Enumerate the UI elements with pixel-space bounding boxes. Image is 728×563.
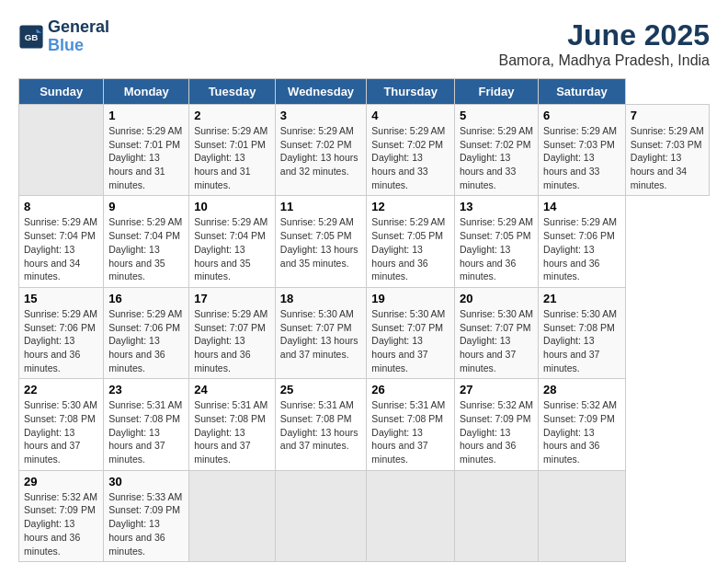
sunrise-text: Sunrise: 5:29 AMSunset: 7:01 PMDaylight:… — [194, 125, 267, 190]
table-row: 24 Sunrise: 5:31 AMSunset: 7:08 PMDaylig… — [189, 379, 276, 470]
table-row — [454, 470, 538, 561]
logo: GB General Blue — [18, 18, 109, 55]
day-number: 28 — [543, 383, 620, 396]
sunrise-text: Sunrise: 5:29 AMSunset: 7:04 PMDaylight:… — [194, 216, 267, 282]
table-row: 7 Sunrise: 5:29 AMSunset: 7:03 PMDayligh… — [625, 105, 709, 196]
calendar-table: Sunday Monday Tuesday Wednesday Thursday… — [18, 78, 710, 562]
table-row: 14 Sunrise: 5:29 AMSunset: 7:06 PMDaylig… — [539, 196, 626, 287]
col-sunday: Sunday — [19, 79, 104, 105]
day-number: 11 — [280, 200, 362, 213]
sunrise-text: Sunrise: 5:32 AMSunset: 7:09 PMDaylight:… — [460, 399, 533, 465]
day-number: 29 — [24, 475, 98, 488]
sunrise-text: Sunrise: 5:32 AMSunset: 7:09 PMDaylight:… — [24, 491, 97, 557]
table-row: 16 Sunrise: 5:29 AMSunset: 7:06 PMDaylig… — [104, 287, 189, 378]
table-row: 1 Sunrise: 5:29 AMSunset: 7:01 PMDayligh… — [104, 105, 189, 196]
table-row: 11 Sunrise: 5:29 AMSunset: 7:05 PMDaylig… — [275, 196, 367, 287]
table-row: 13 Sunrise: 5:29 AMSunset: 7:05 PMDaylig… — [454, 196, 538, 287]
sunrise-text: Sunrise: 5:29 AMSunset: 7:04 PMDaylight:… — [24, 216, 97, 282]
sunrise-text: Sunrise: 5:30 AMSunset: 7:07 PMDaylight:… — [280, 308, 358, 360]
table-row: 20 Sunrise: 5:30 AMSunset: 7:07 PMDaylig… — [454, 287, 538, 378]
week-row-1: 1 Sunrise: 5:29 AMSunset: 7:01 PMDayligh… — [19, 105, 710, 196]
table-row: 9 Sunrise: 5:29 AMSunset: 7:04 PMDayligh… — [104, 196, 189, 287]
day-number: 17 — [194, 292, 270, 305]
day-number: 13 — [460, 200, 533, 213]
table-row — [189, 470, 276, 561]
sunrise-text: Sunrise: 5:31 AMSunset: 7:08 PMDaylight:… — [194, 399, 267, 465]
col-monday: Monday — [104, 79, 189, 105]
table-row — [539, 470, 626, 561]
sunrise-text: Sunrise: 5:29 AMSunset: 7:03 PMDaylight:… — [543, 125, 617, 190]
table-row: 22 Sunrise: 5:30 AMSunset: 7:08 PMDaylig… — [19, 379, 104, 470]
sunrise-text: Sunrise: 5:29 AMSunset: 7:06 PMDaylight:… — [543, 216, 617, 282]
sunrise-text: Sunrise: 5:32 AMSunset: 7:09 PMDaylight:… — [543, 399, 617, 465]
title-area: June 2025 Bamora, Madhya Pradesh, India — [499, 18, 710, 69]
page-header: GB General Blue June 2025 Bamora, Madhya… — [18, 18, 710, 69]
sunrise-text: Sunrise: 5:30 AMSunset: 7:07 PMDaylight:… — [371, 308, 445, 373]
sunrise-text: Sunrise: 5:30 AMSunset: 7:07 PMDaylight:… — [460, 308, 533, 373]
sunrise-text: Sunrise: 5:29 AMSunset: 7:06 PMDaylight:… — [24, 308, 97, 373]
day-number: 23 — [108, 383, 184, 396]
day-number: 14 — [543, 200, 620, 213]
day-number: 4 — [371, 109, 449, 122]
day-number: 21 — [543, 292, 620, 305]
day-number: 7 — [631, 109, 704, 122]
table-row: 23 Sunrise: 5:31 AMSunset: 7:08 PMDaylig… — [104, 379, 189, 470]
table-row: 15 Sunrise: 5:29 AMSunset: 7:06 PMDaylig… — [19, 287, 104, 378]
table-row: 26 Sunrise: 5:31 AMSunset: 7:08 PMDaylig… — [367, 379, 455, 470]
sunrise-text: Sunrise: 5:31 AMSunset: 7:08 PMDaylight:… — [371, 399, 445, 465]
table-row: 21 Sunrise: 5:30 AMSunset: 7:08 PMDaylig… — [539, 287, 626, 378]
sunrise-text: Sunrise: 5:29 AMSunset: 7:05 PMDaylight:… — [460, 216, 533, 282]
day-number: 10 — [194, 200, 270, 213]
day-number: 8 — [24, 200, 98, 213]
table-row: 17 Sunrise: 5:29 AMSunset: 7:07 PMDaylig… — [189, 287, 276, 378]
table-row: 12 Sunrise: 5:29 AMSunset: 7:05 PMDaylig… — [367, 196, 455, 287]
sunrise-text: Sunrise: 5:29 AMSunset: 7:03 PMDaylight:… — [631, 125, 704, 190]
sunrise-text: Sunrise: 5:33 AMSunset: 7:09 PMDaylight:… — [108, 491, 182, 557]
table-row: 28 Sunrise: 5:32 AMSunset: 7:09 PMDaylig… — [539, 379, 626, 470]
day-number: 18 — [280, 292, 362, 305]
table-row: 10 Sunrise: 5:29 AMSunset: 7:04 PMDaylig… — [189, 196, 276, 287]
day-number: 3 — [280, 109, 362, 122]
day-number: 20 — [460, 292, 533, 305]
table-row — [19, 105, 104, 196]
sunrise-text: Sunrise: 5:29 AMSunset: 7:01 PMDaylight:… — [108, 125, 182, 190]
sunrise-text: Sunrise: 5:31 AMSunset: 7:08 PMDaylight:… — [280, 399, 358, 451]
col-wednesday: Wednesday — [275, 79, 367, 105]
col-friday: Friday — [454, 79, 538, 105]
table-row: 4 Sunrise: 5:29 AMSunset: 7:02 PMDayligh… — [367, 105, 455, 196]
day-number: 2 — [194, 109, 270, 122]
table-row — [367, 470, 455, 561]
day-number: 24 — [194, 383, 270, 396]
col-thursday: Thursday — [367, 79, 455, 105]
table-row: 29 Sunrise: 5:32 AMSunset: 7:09 PMDaylig… — [19, 470, 104, 561]
sunrise-text: Sunrise: 5:29 AMSunset: 7:05 PMDaylight:… — [371, 216, 445, 282]
sunrise-text: Sunrise: 5:29 AMSunset: 7:05 PMDaylight:… — [280, 216, 358, 268]
logo-icon: GB — [18, 24, 44, 50]
day-number: 27 — [460, 383, 533, 396]
week-row-5: 29 Sunrise: 5:32 AMSunset: 7:09 PMDaylig… — [19, 470, 710, 561]
day-number: 16 — [108, 292, 184, 305]
day-number: 1 — [108, 109, 184, 122]
day-number: 9 — [108, 200, 184, 213]
table-row: 2 Sunrise: 5:29 AMSunset: 7:01 PMDayligh… — [189, 105, 276, 196]
week-row-3: 15 Sunrise: 5:29 AMSunset: 7:06 PMDaylig… — [19, 287, 710, 378]
sunrise-text: Sunrise: 5:31 AMSunset: 7:08 PMDaylight:… — [108, 399, 182, 465]
table-row: 5 Sunrise: 5:29 AMSunset: 7:02 PMDayligh… — [454, 105, 538, 196]
sunrise-text: Sunrise: 5:29 AMSunset: 7:04 PMDaylight:… — [108, 216, 182, 282]
svg-text:GB: GB — [25, 32, 39, 42]
logo-line2: Blue — [48, 37, 109, 55]
sunrise-text: Sunrise: 5:29 AMSunset: 7:02 PMDaylight:… — [280, 125, 358, 177]
table-row: 30 Sunrise: 5:33 AMSunset: 7:09 PMDaylig… — [104, 470, 189, 561]
table-row: 6 Sunrise: 5:29 AMSunset: 7:03 PMDayligh… — [539, 105, 626, 196]
sunrise-text: Sunrise: 5:29 AMSunset: 7:02 PMDaylight:… — [371, 125, 445, 190]
day-number: 5 — [460, 109, 533, 122]
week-row-2: 8 Sunrise: 5:29 AMSunset: 7:04 PMDayligh… — [19, 196, 710, 287]
header-row: Sunday Monday Tuesday Wednesday Thursday… — [19, 79, 710, 105]
day-number: 12 — [371, 200, 449, 213]
sunrise-text: Sunrise: 5:30 AMSunset: 7:08 PMDaylight:… — [543, 308, 617, 373]
sunrise-text: Sunrise: 5:29 AMSunset: 7:06 PMDaylight:… — [108, 308, 182, 373]
table-row — [275, 470, 367, 561]
day-number: 22 — [24, 383, 98, 396]
table-row: 8 Sunrise: 5:29 AMSunset: 7:04 PMDayligh… — [19, 196, 104, 287]
sunrise-text: Sunrise: 5:29 AMSunset: 7:02 PMDaylight:… — [460, 125, 533, 190]
